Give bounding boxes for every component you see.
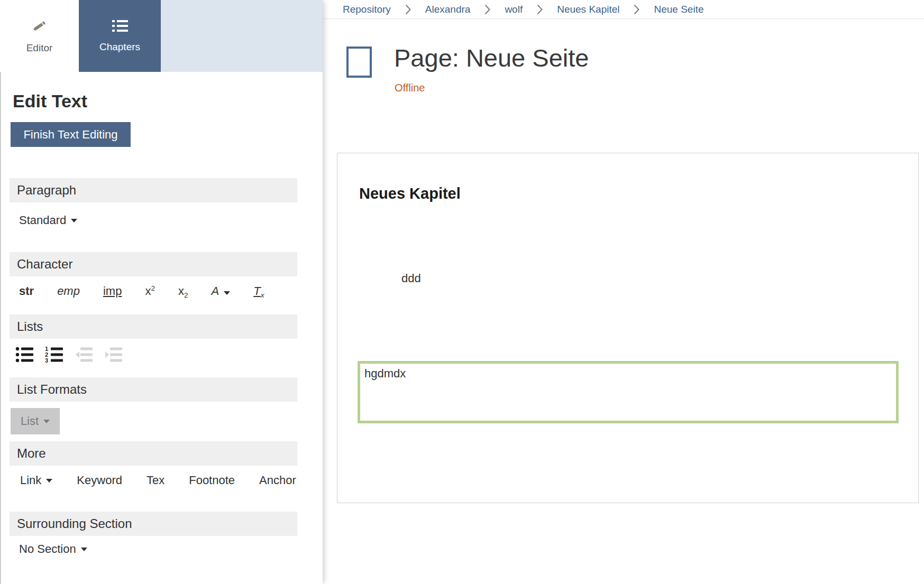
main-content-area: Repository Alexandra wolf Neues Kapitel …: [323, 0, 924, 584]
indent-button[interactable]: [103, 345, 124, 365]
breadcrumb-separator-icon: [633, 4, 640, 15]
outdent-button[interactable]: [74, 345, 95, 365]
strong-button[interactable]: str: [19, 284, 34, 298]
caret-down-icon: [224, 291, 230, 295]
active-text-editbox-value: hgdmdx: [364, 367, 406, 380]
surrounding-section-dropdown[interactable]: No Section: [19, 542, 87, 556]
breadcrumb-item-neue-seite[interactable]: Neue Seite: [654, 4, 703, 15]
caret-down-icon: [71, 219, 77, 223]
anchor-button[interactable]: Anchor: [259, 474, 296, 487]
caret-down-icon: [46, 479, 52, 483]
breadcrumb-separator-icon: [536, 4, 543, 15]
pencil-icon: [33, 18, 47, 36]
breadcrumb-item-alexandra[interactable]: Alexandra: [425, 4, 471, 15]
tab-editor-label: Editor: [26, 42, 53, 54]
more-section-header: More: [10, 441, 297, 466]
tab-chapters[interactable]: Chapters: [79, 0, 161, 72]
indent-icon: [104, 346, 123, 365]
link-dropdown[interactable]: Link: [20, 474, 52, 487]
outdent-icon: [75, 346, 94, 365]
character-section-header: Character: [10, 252, 297, 276]
svg-text:3: 3: [45, 357, 48, 363]
list-format-dropdown-label: List: [21, 414, 39, 428]
chapter-heading[interactable]: Neues Kapitel: [359, 185, 461, 202]
active-text-editbox[interactable]: hgdmdx: [358, 361, 899, 423]
panel-title: Edit Text: [13, 91, 87, 112]
editor-side-panel: Editor Chapters Edit Text Finish Text Ed…: [0, 0, 323, 584]
numbered-list-button[interactable]: 1 2 3: [44, 345, 65, 365]
paragraph-style-dropdown[interactable]: Standard: [19, 214, 77, 227]
bullet-list-icon: [15, 346, 34, 365]
bullet-list-button[interactable]: [14, 345, 35, 365]
emphasis-button[interactable]: emp: [57, 284, 80, 298]
page-title: Page: Neue Seite: [394, 43, 589, 72]
tab-chapters-label: Chapters: [99, 41, 140, 53]
important-button[interactable]: imp: [103, 284, 122, 298]
chapters-list-icon: [112, 19, 129, 35]
font-color-dropdown[interactable]: A: [212, 284, 231, 298]
breadcrumb-item-wolf[interactable]: wolf: [505, 4, 523, 15]
finish-text-editing-button[interactable]: Finish Text Editing: [11, 122, 131, 147]
panel-left-edge: [0, 72, 1, 584]
breadcrumb-item-neues-kapitel[interactable]: Neues Kapitel: [557, 4, 619, 15]
numbered-list-icon: 1 2 3: [45, 346, 64, 365]
paragraph-style-dropdown-label: Standard: [19, 214, 66, 227]
surrounding-section-dropdown-label: No Section: [19, 542, 76, 556]
breadcrumb-separator-icon: [405, 4, 411, 15]
surrounding-section-header: Surrounding Section: [10, 512, 297, 536]
lists-section-header: Lists: [10, 314, 297, 339]
page-icon: [346, 47, 372, 78]
breadcrumb: Repository Alexandra wolf Neues Kapitel …: [323, 0, 924, 19]
panel-tab-bar: Editor Chapters: [0, 0, 323, 72]
more-toolbar: Link Keyword Tex Footnote Anchor: [20, 474, 296, 487]
paragraph-section-header: Paragraph: [10, 178, 297, 202]
page-editor-surface: Neues Kapitel ddd hgdmdx: [337, 153, 919, 503]
keyword-button[interactable]: Keyword: [77, 474, 122, 487]
list-format-dropdown[interactable]: List: [11, 408, 60, 434]
tab-editor[interactable]: Editor: [0, 0, 79, 72]
subscript-button[interactable]: x2: [178, 284, 188, 299]
offline-status-badge: Offline: [395, 82, 425, 94]
lists-toolbar: 1 2 3: [14, 345, 124, 365]
character-toolbar: str emp imp x2 x2 A Tx: [19, 284, 264, 300]
superscript-button[interactable]: x2: [145, 284, 155, 298]
footnote-button[interactable]: Footnote: [189, 474, 235, 487]
paragraph-block[interactable]: ddd: [401, 272, 421, 285]
breadcrumb-item-repository[interactable]: Repository: [343, 4, 391, 15]
caret-down-icon: [81, 548, 87, 551]
caret-down-icon: [43, 420, 50, 423]
breadcrumb-separator-icon: [484, 4, 491, 15]
list-formats-section-header: List Formats: [10, 377, 297, 402]
tex-button[interactable]: Tex: [147, 474, 164, 487]
clear-format-button[interactable]: Tx: [253, 284, 264, 299]
